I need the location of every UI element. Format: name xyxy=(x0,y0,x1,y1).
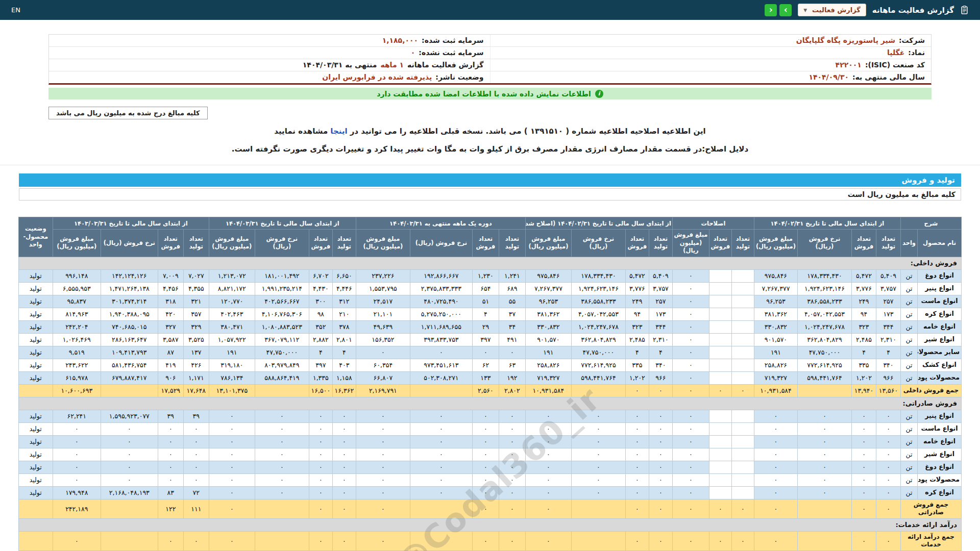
report-type-select[interactable]: گزارش فعالیت ▼ xyxy=(798,4,866,16)
table-cell: ۰ xyxy=(499,435,525,448)
table-cell: ۴ xyxy=(851,346,876,359)
table-cell: ۰ xyxy=(499,410,525,422)
table-cell: ۰ xyxy=(525,410,571,422)
table-cell: ۲,۵۶۰ xyxy=(472,384,499,397)
table-cell: ۰ xyxy=(649,461,672,473)
table-cell: ۰ xyxy=(332,531,356,550)
period-highlight: ۱ ماهه xyxy=(380,61,404,69)
table-cell: ۰ xyxy=(499,486,525,499)
table-cell: ۰ xyxy=(183,461,209,473)
table-cell: تولید xyxy=(18,422,53,435)
table-cell: ۱۹۱ xyxy=(525,346,571,359)
table-header: تعداد فروش xyxy=(158,230,183,257)
table-cell xyxy=(255,384,309,397)
table-header: از ابتدای سال مالی تا تاریخ ۱۴۰۴/۰۳/۳۱ xyxy=(209,217,356,230)
table-cell: ۰ xyxy=(332,486,356,499)
table-cell: ۰ xyxy=(499,448,525,461)
table-cell: ۰ xyxy=(851,473,876,486)
table-cell: ۰ xyxy=(53,448,101,461)
registered-capital-label: سرمایه ثبت شده: xyxy=(422,36,483,44)
table-header: مبلغ فروش (میلیون ریال) xyxy=(754,230,797,257)
table-cell: ۰ xyxy=(625,448,649,461)
table-cell xyxy=(797,531,851,550)
table-cell xyxy=(709,295,731,308)
table-cell: ۰ xyxy=(472,531,499,550)
previous-report-button[interactable]: ‹ xyxy=(765,4,777,16)
table-cell: ۳۴۴ xyxy=(649,320,672,333)
table-cell: ۰ xyxy=(649,435,672,448)
table-cell: ۴,۴۴۶ xyxy=(332,282,356,295)
table-cell: ۰ xyxy=(709,499,731,518)
language-toggle[interactable]: EN xyxy=(11,6,20,14)
table-cell: ۰ xyxy=(672,282,709,295)
table-cell: ۲۵۸,۸۲۶ xyxy=(525,359,571,371)
table-cell: ۰ xyxy=(356,499,410,518)
product-row: انواع پنیرتن۰۰۰۰۰۰۰۰۰۰۰۰۰۰۰۰۰۳۹۳۹۱,۵۹۵,۹… xyxy=(18,410,961,422)
table-cell: ۳۲۷ xyxy=(158,320,183,333)
table-header: از ابتدای سال مالی تا تاریخ ۱۴۰۴/۰۲/۳۱ xyxy=(754,217,900,230)
table-header: دوره یک ماهه منتهی به ۱۴۰۴/۰۳/۳۱ xyxy=(356,217,525,230)
table-cell: ۷,۲۶۷,۳۷۷ xyxy=(525,282,571,295)
info-row: نماد: غگلپا سرمایه ثبت نشده: ۰ xyxy=(49,47,931,59)
table-cell xyxy=(731,282,754,295)
table-cell: ۰ xyxy=(499,346,525,359)
table-cell: ۹۴ xyxy=(851,308,876,320)
table-cell: ۰ xyxy=(672,486,709,499)
table-cell xyxy=(101,531,158,550)
table-cell: ۱۰,۶۰۰,۶۹۳ xyxy=(53,384,101,397)
table-cell: ۹۷۳,۴۵۱,۶۱۳ xyxy=(410,359,472,371)
table-cell: انواع ماست xyxy=(918,422,962,435)
table-header: تعداد فروش xyxy=(709,230,731,257)
table-cell: ۴ xyxy=(472,308,499,320)
table-cell: تن xyxy=(900,435,917,448)
table-cell: ۹۷۵,۸۴۶ xyxy=(525,269,571,282)
table-cell: ۱,۲۴۱ xyxy=(499,269,525,282)
table-cell: ۱,۰۵۷,۹۲۲ xyxy=(209,333,255,346)
table-cell: ۰ xyxy=(876,422,900,435)
table-cell: ۰ xyxy=(209,499,255,518)
table-cell: تولید xyxy=(18,320,53,333)
table-cell: ۳۳۰,۸۳۲ xyxy=(754,320,797,333)
table-cell: ۰ xyxy=(356,422,410,435)
section-row: فروش صادراتی: xyxy=(18,397,961,410)
table-cell: ۱,۱۵۸ xyxy=(332,371,356,384)
table-cell: ۱۸۱,۰۰۱,۴۹۲ xyxy=(255,269,309,282)
table-cell xyxy=(571,531,625,550)
table-cell: ۰ xyxy=(571,486,625,499)
product-row: انواع کشکتن۳۴۰۳۳۵۷۷۲,۶۱۴,۹۲۵۲۵۸,۸۲۶۰۳۴۰۳… xyxy=(18,359,961,371)
table-cell: ۰ xyxy=(851,422,876,435)
table-cell xyxy=(709,473,731,486)
table-cell: ۴۱۹ xyxy=(158,359,183,371)
previous-version-link[interactable]: اینجا xyxy=(330,127,347,136)
revision-notice-text: این اطلاعیه اصلاحیه اطلاعیه شماره ( ۱۳۹۱… xyxy=(350,127,706,136)
company-info-table: شرکت: شیر پاستوریزه پگاه گلپایگان سرمایه… xyxy=(48,34,932,85)
table-cell: ۰ xyxy=(410,346,472,359)
report-type-label: گزارش فعالیت xyxy=(812,6,861,14)
report-document-icon xyxy=(960,6,969,14)
table-cell: ۰ xyxy=(797,435,851,448)
table-cell: ۰ xyxy=(672,295,709,308)
table-cell: تن xyxy=(900,320,917,333)
fiscal-year-value: ۱۴۰۴/۰۹/۳۰ xyxy=(808,73,849,81)
table-cell: تن xyxy=(900,269,917,282)
table-cell xyxy=(731,308,754,320)
table-cell: ۰ xyxy=(53,461,101,473)
table-cell: ۰ xyxy=(356,461,410,473)
table-cell: ۰ xyxy=(876,410,900,422)
table-cell xyxy=(571,384,625,397)
table-cell: ۱۹۱ xyxy=(754,346,797,359)
table-cell: ۰ xyxy=(209,448,255,461)
table-cell: ۰ xyxy=(672,308,709,320)
table-cell: ۰ xyxy=(851,410,876,422)
table-cell: ۰ xyxy=(309,410,332,422)
table-cell: ۰ xyxy=(209,531,255,550)
table-cell xyxy=(731,371,754,384)
next-report-button[interactable]: › xyxy=(779,4,792,16)
table-cell: ۸۳ xyxy=(158,486,183,499)
table-cell: ۲۴۲,۱۸۹ xyxy=(53,499,101,518)
table-cell: ۲,۴۸۵ xyxy=(625,333,649,346)
table-cell: انواع پنیر xyxy=(918,410,962,422)
table-cell: تن xyxy=(900,308,917,320)
section-row: فروش داخلی: xyxy=(18,257,961,269)
table-header: مبلغ فروش (میلیون ریال) xyxy=(672,230,709,257)
